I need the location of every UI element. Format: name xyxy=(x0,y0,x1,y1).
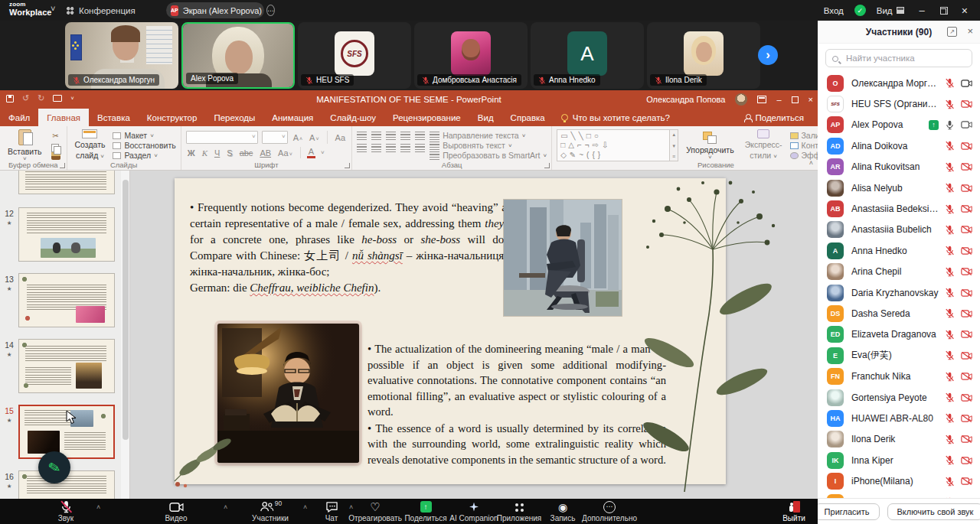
slide-thumbnail[interactable]: 14★ xyxy=(0,339,115,393)
shrink-font-button[interactable]: А˅ xyxy=(308,133,320,142)
cut-button[interactable]: ✂ xyxy=(50,132,62,140)
participants-button[interactable]: 90 Участники xyxy=(247,500,294,522)
slide-thumbnail-current[interactable]: 15★ xyxy=(0,405,115,459)
security-shield-icon[interactable]: ✓ xyxy=(854,5,866,16)
collapse-ribbon-icon[interactable]: ˄ xyxy=(809,159,813,167)
more-options-icon[interactable]: ⋯ xyxy=(266,5,275,16)
participant-row[interactable]: FN Franchuk Nika xyxy=(818,366,980,386)
video-tile[interactable]: Домбровська Анастасія xyxy=(414,22,528,89)
next-videos-button[interactable]: › xyxy=(758,45,778,65)
ribbon-display-icon[interactable] xyxy=(757,96,766,103)
search-input[interactable] xyxy=(825,49,972,67)
tell-me-box[interactable]: Что вы хотите сделать? xyxy=(554,109,678,126)
tab-design[interactable]: Конструктор xyxy=(139,109,206,126)
slide-textbox-2[interactable]: • The actualization of the domineering m… xyxy=(368,341,666,468)
audio-options-chevron[interactable]: ˄ xyxy=(96,503,100,511)
popout-icon[interactable]: ↗ xyxy=(947,27,957,37)
restore-button[interactable] xyxy=(940,7,948,15)
slide-15[interactable]: • Frequently notions become degenderized… xyxy=(175,178,726,484)
leave-button[interactable]: Выйти xyxy=(773,500,815,522)
dialog-launcher-icon[interactable] xyxy=(544,163,550,168)
participant-row[interactable]: Arina Chepil xyxy=(818,262,980,282)
participant-row[interactable]: HA HUAWEI ABR-AL80 xyxy=(818,408,980,428)
restore-button[interactable] xyxy=(792,96,799,103)
participants-options-chevron[interactable]: ˄ xyxy=(303,503,307,511)
tab-animations[interactable]: Анимация xyxy=(263,109,322,126)
participant-row[interactable]: ID ivanova dasha xyxy=(818,492,980,498)
participant-row[interactable]: SFS HEU SFS (Организатор) xyxy=(818,93,980,114)
align-center-icon[interactable] xyxy=(371,144,381,152)
font-name-select[interactable] xyxy=(186,131,258,144)
decrease-indent-icon[interactable] xyxy=(386,132,396,140)
character-spacing-button[interactable]: АВ xyxy=(258,148,273,158)
participant-row[interactable]: Gortensiya Peyote xyxy=(818,387,980,408)
ai-companion-button[interactable]: AI Companion xyxy=(449,500,499,522)
text-direction-button[interactable]: Направление текста˅ xyxy=(430,131,547,140)
shapes-gallery[interactable]: ▭╲╲□○ □△⌐¬⇨⇩ ◇✎~({} xyxy=(557,129,670,161)
signin-button[interactable]: Вход xyxy=(824,6,844,15)
font-color-chevron[interactable]: ˅ xyxy=(319,149,326,156)
tab-shared-screen[interactable]: AP Экран (Alex Popova) ⋯ xyxy=(166,2,264,18)
save-icon[interactable] xyxy=(6,95,14,103)
video-tile[interactable]: SFS HEU SFS xyxy=(298,22,411,89)
columns-icon[interactable] xyxy=(415,144,425,152)
tab-insert[interactable]: Вставка xyxy=(89,109,139,126)
participant-row[interactable]: О Олександра Моргун (Я) xyxy=(818,73,980,93)
minimize-button[interactable]: – xyxy=(776,95,781,104)
justify-icon[interactable] xyxy=(400,144,410,152)
tab-review[interactable]: Рецензирование xyxy=(384,109,469,126)
minimize-button[interactable]: – xyxy=(915,5,929,16)
video-button[interactable]: Видео xyxy=(153,500,199,522)
section-button[interactable]: Раздел˅ xyxy=(113,151,175,160)
close-button[interactable]: × xyxy=(959,5,971,17)
share-screen-button[interactable]: ↑ Поделиться xyxy=(401,500,450,522)
participant-row[interactable]: IK Inna Kiper xyxy=(818,450,980,470)
participant-row[interactable]: E Eva(伊芙) xyxy=(818,345,980,366)
paste-button[interactable]: Вставить ˅ xyxy=(5,129,45,160)
man-reading-image[interactable] xyxy=(217,324,359,463)
font-color-button[interactable]: А xyxy=(307,147,315,158)
share-button[interactable]: Поделиться xyxy=(730,109,818,126)
dialog-launcher-icon[interactable] xyxy=(60,163,65,168)
chat-button[interactable]: Чат xyxy=(315,500,348,522)
participant-row[interactable]: AP Alex Popova ↑ xyxy=(818,115,980,135)
video-options-chevron[interactable]: ˄ xyxy=(224,503,227,511)
record-button[interactable]: ◉ Запись xyxy=(544,500,582,522)
customize-qat-icon[interactable]: ˅ xyxy=(70,96,74,101)
align-left-icon[interactable] xyxy=(357,144,367,152)
copy-button[interactable] xyxy=(50,143,62,148)
participant-row[interactable]: Ilona Derik xyxy=(818,429,980,450)
arrange-button[interactable]: Упорядочить ˅ xyxy=(683,129,737,160)
close-panel-icon[interactable]: × xyxy=(967,25,973,37)
underline-button[interactable]: Ч xyxy=(213,148,221,158)
slideshow-icon[interactable] xyxy=(53,95,62,102)
office-woman-image[interactable] xyxy=(504,200,622,316)
slide-thumbnail-partial[interactable] xyxy=(0,171,115,194)
increase-indent-icon[interactable] xyxy=(400,132,410,140)
dialog-launcher-icon[interactable] xyxy=(345,163,350,168)
chevron-down-icon[interactable]: ˅ xyxy=(51,4,55,13)
participant-row[interactable]: ED Elizaveta Draganova xyxy=(818,324,980,345)
participant-row[interactable]: Alisa Nelyub xyxy=(818,177,980,198)
video-tile[interactable]: Олександра Моргун xyxy=(65,22,178,89)
bullets-icon[interactable] xyxy=(357,132,367,140)
text-shadow-button[interactable]: S xyxy=(225,148,234,158)
participant-row[interactable]: A Anna Hnedko xyxy=(818,240,980,261)
view-button[interactable]: Вид xyxy=(877,6,904,15)
font-size-select[interactable] xyxy=(262,131,288,144)
slides-panel-scrollbar[interactable] xyxy=(121,171,129,499)
slide-textbox-1[interactable]: • Frequently notions become degenderized… xyxy=(190,200,507,296)
clear-formatting-button[interactable]: Аа xyxy=(334,133,348,142)
participant-row[interactable]: I iPhone(Milana) xyxy=(818,470,980,491)
tab-transitions[interactable]: Переходы xyxy=(205,109,263,126)
layout-button[interactable]: Макет˅ xyxy=(113,131,175,140)
change-case-button[interactable]: Аа˅ xyxy=(276,148,294,158)
align-right-icon[interactable] xyxy=(386,144,396,152)
redo-icon[interactable]: ↻ xyxy=(38,93,44,103)
video-tile[interactable]: A Anna Hnedko xyxy=(531,22,644,89)
slide-thumbnail[interactable]: 12★ xyxy=(0,207,115,262)
participant-row[interactable]: DS Dasha Sereda xyxy=(818,303,980,324)
annotation-tool-button[interactable]: ✎ xyxy=(38,451,70,483)
reset-button[interactable]: Восстановить xyxy=(113,141,175,150)
close-button[interactable]: × xyxy=(808,95,813,104)
